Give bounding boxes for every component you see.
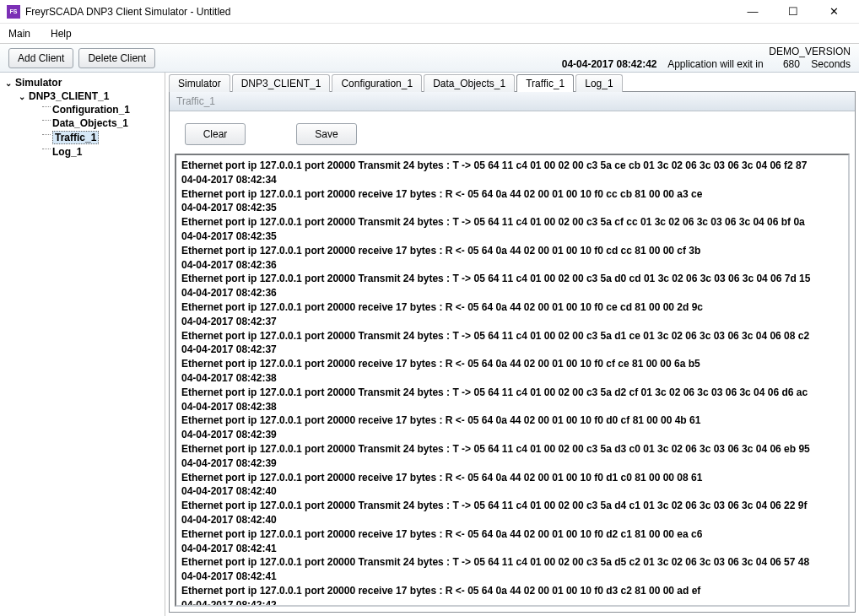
log-line: 04-04-2017 08:42:37 (181, 315, 843, 329)
log-line: Ethernet port ip 127.0.0.1 port 20000 re… (181, 357, 843, 371)
content-area: Simulator DNP3_CLIENT_1 Configuration_1 … (165, 73, 859, 616)
log-line: 04-04-2017 08:42:36 (181, 258, 843, 273)
close-button[interactable]: ✕ (822, 3, 845, 20)
status-area: DEMO_VERSION 04-04-2017 08:42:42 Applica… (562, 46, 851, 70)
log-line: Ethernet port ip 127.0.0.1 port 20000 Tr… (181, 386, 843, 400)
save-button[interactable]: Save (296, 123, 357, 145)
add-client-button[interactable]: Add Client (8, 48, 73, 68)
tree-connector-icon (42, 106, 51, 107)
tree-node-client[interactable]: ⌄ DNP3_CLIENT_1 (0, 89, 165, 103)
delete-client-button[interactable]: Delete Client (78, 48, 155, 68)
log-line: 04-04-2017 08:42:40 (181, 484, 843, 499)
window-controls: — ☐ ✕ (741, 3, 852, 20)
exit-seconds-value: 680 (783, 58, 800, 70)
sidebar-tree[interactable]: ⌄ Simulator ⌄ DNP3_CLIENT_1 Configuratio… (0, 73, 165, 616)
log-line: 04-04-2017 08:42:38 (181, 371, 843, 386)
log-line: Ethernet port ip 127.0.0.1 port 20000 Tr… (181, 442, 843, 457)
panel-button-row: Clear Save (170, 111, 855, 154)
maximize-button[interactable]: ☐ (781, 3, 805, 20)
log-line: 04-04-2017 08:42:35 (181, 201, 843, 215)
tab-client[interactable]: DNP3_CLIENT_1 (232, 74, 331, 92)
caret-down-icon: ⌄ (19, 92, 27, 101)
tree-node-data-objects[interactable]: Data_Objects_1 (0, 116, 165, 130)
log-line: 04-04-2017 08:42:36 (181, 286, 843, 300)
toolbar: Add Client Delete Client DEMO_VERSION 04… (0, 44, 859, 73)
tab-simulator[interactable]: Simulator (169, 74, 230, 92)
status-datetime: 04-04-2017 08:42:42 (562, 58, 657, 70)
log-line: 04-04-2017 08:42:40 (181, 513, 843, 527)
tab-configuration[interactable]: Configuration_1 (332, 74, 422, 92)
tab-traffic[interactable]: Traffic_1 (516, 74, 574, 92)
tree-connector-icon (42, 134, 51, 135)
log-line: 04-04-2017 08:42:37 (181, 343, 843, 357)
log-line: Ethernet port ip 127.0.0.1 port 20000 Tr… (181, 272, 843, 286)
log-line: 04-04-2017 08:42:39 (181, 428, 843, 442)
log-line: 04-04-2017 08:42:42 (181, 598, 843, 605)
log-line: 04-04-2017 08:42:38 (181, 400, 843, 414)
clear-button[interactable]: Clear (185, 123, 246, 145)
log-line: Ethernet port ip 127.0.0.1 port 20000 Tr… (181, 215, 843, 230)
exit-label: Application will exit in (667, 58, 763, 70)
tree-root-simulator[interactable]: ⌄ Simulator (0, 76, 165, 89)
log-line: 04-04-2017 08:42:34 (181, 173, 843, 187)
log-line: Ethernet port ip 127.0.0.1 port 20000 re… (181, 527, 843, 542)
window-title: FreyrSCADA DNP3 Client Simulator - Untit… (25, 6, 741, 18)
demo-version-label: DEMO_VERSION (769, 46, 851, 57)
minimize-button[interactable]: — (741, 3, 764, 20)
tab-log[interactable]: Log_1 (575, 74, 622, 92)
log-line: Ethernet port ip 127.0.0.1 port 20000 re… (181, 413, 843, 428)
log-line: Ethernet port ip 127.0.0.1 port 20000 Tr… (181, 159, 843, 173)
log-line: 04-04-2017 08:42:41 (181, 570, 843, 584)
log-line: 04-04-2017 08:42:41 (181, 542, 843, 556)
caret-down-icon: ⌄ (5, 78, 14, 88)
main-area: ⌄ Simulator ⌄ DNP3_CLIENT_1 Configuratio… (0, 73, 859, 616)
app-icon: FS (7, 5, 20, 19)
log-line: Ethernet port ip 127.0.0.1 port 20000 re… (181, 300, 843, 315)
log-line: Ethernet port ip 127.0.0.1 port 20000 Tr… (181, 329, 843, 343)
log-line: Ethernet port ip 127.0.0.1 port 20000 Tr… (181, 555, 843, 570)
traffic-log-frame: Ethernet port ip 127.0.0.1 port 20000 Tr… (175, 154, 850, 607)
tree-node-log[interactable]: Log_1 (0, 145, 165, 159)
tab-data-objects[interactable]: Data_Objects_1 (424, 74, 515, 92)
traffic-log[interactable]: Ethernet port ip 127.0.0.1 port 20000 Tr… (176, 155, 848, 605)
log-line: Ethernet port ip 127.0.0.1 port 20000 re… (181, 471, 843, 485)
menu-bar: Main Help (0, 24, 859, 44)
log-line: Ethernet port ip 127.0.0.1 port 20000 re… (181, 584, 843, 598)
tree-connector-icon (42, 149, 51, 149)
log-line: Ethernet port ip 127.0.0.1 port 20000 Tr… (181, 499, 843, 513)
log-line: Ethernet port ip 127.0.0.1 port 20000 re… (181, 244, 843, 258)
title-bar: FS FreyrSCADA DNP3 Client Simulator - Un… (0, 0, 859, 24)
traffic-panel: Traffic_1 Clear Save Ethernet port ip 12… (169, 91, 856, 613)
tree-node-traffic[interactable]: Traffic_1 (0, 130, 165, 145)
log-line: 04-04-2017 08:42:39 (181, 457, 843, 471)
log-line: Ethernet port ip 127.0.0.1 port 20000 re… (181, 187, 843, 202)
log-line: 04-04-2017 08:42:35 (181, 230, 843, 244)
tree-connector-icon (42, 120, 51, 121)
exit-seconds-label: Seconds (811, 58, 851, 70)
tab-strip: Simulator DNP3_CLIENT_1 Configuration_1 … (165, 73, 859, 91)
tree-node-configuration[interactable]: Configuration_1 (0, 103, 165, 116)
menu-main[interactable]: Main (5, 26, 34, 41)
menu-help[interactable]: Help (47, 26, 75, 41)
panel-header: Traffic_1 (170, 92, 855, 111)
